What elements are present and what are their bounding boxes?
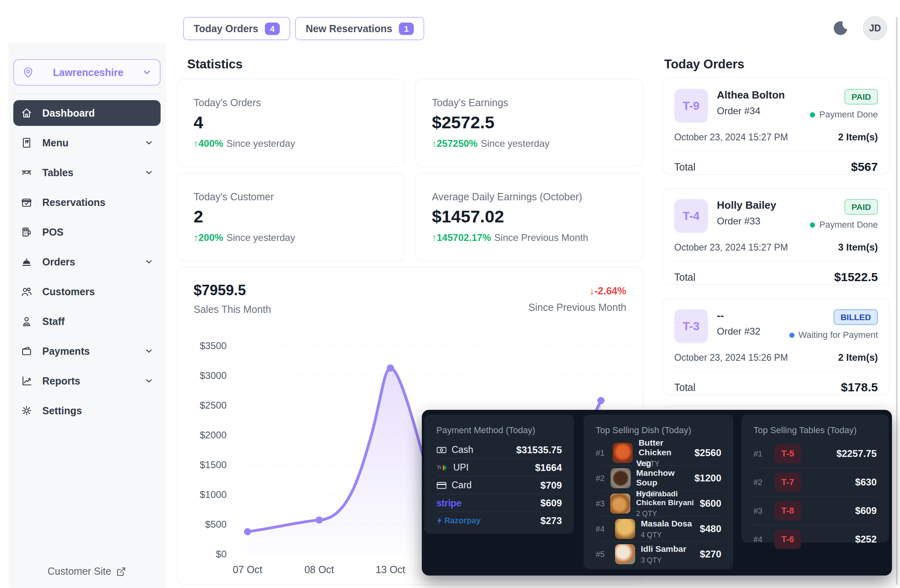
sidebar-item-label: Menu [42, 137, 68, 149]
customer-name: Althea Bolton [717, 89, 785, 101]
new-reservations-count-badge: 1 [399, 23, 414, 35]
table-amount: $252 [855, 534, 877, 545]
sidebar-item-orders[interactable]: Orders [13, 249, 161, 275]
sidebar-item-staff[interactable]: Staff [13, 308, 161, 334]
stat-card-average-daily-earnings: Average Daily Earnings (October) $1457.0… [415, 173, 643, 261]
y-tick: $3000 [200, 370, 227, 381]
payment-row-cash: Cash $31535.75 [436, 441, 562, 458]
y-tick: $3500 [200, 340, 227, 351]
stat-value: $2572.5 [432, 113, 626, 132]
total-amount: $178.5 [841, 380, 878, 394]
status-badge: PAID [844, 89, 878, 105]
divider [674, 261, 878, 261]
data-point [597, 397, 605, 404]
stripe-logo: stripe [436, 498, 461, 509]
new-reservations-button-label: New Reservations [306, 23, 392, 35]
sidebar-item-label: Reports [42, 375, 80, 387]
sidebar-item-pos[interactable]: POS [13, 219, 161, 245]
today-orders-button[interactable]: Today Orders 4 [183, 17, 290, 40]
dish-photo [615, 519, 635, 539]
dish-row: #2 Veg Manchow Soup10 QTY $1200 [596, 465, 721, 491]
moon-icon [830, 19, 850, 38]
gear-icon [21, 405, 33, 417]
sales-total: $7959.5 [194, 282, 271, 299]
chevron-down-icon [144, 257, 153, 266]
location-selector[interactable]: Lawrenceshire [13, 59, 161, 86]
sidebar-item-reports[interactable]: Reports [13, 368, 161, 394]
x-tick: 08 Oct [304, 564, 334, 575]
new-reservations-button[interactable]: New Reservations 1 [295, 17, 424, 40]
sidebar-item-tables[interactable]: Tables [13, 160, 161, 185]
razorpay-logo-icon [436, 517, 442, 525]
sidebar-item-settings[interactable]: Settings [13, 398, 161, 424]
dish-row: #5 Idli Sambar3 QTY $270 [596, 541, 721, 567]
users-icon [21, 286, 33, 298]
stat-card-todays-customer: Today's Customer 2 ↑200%Since yesterday [177, 173, 405, 261]
sidebar-item-dashboard[interactable]: Dashboard [13, 100, 161, 126]
chevron-down-icon [142, 68, 152, 77]
order-card[interactable]: T-4 Holly Bailey Order #33 PAID Payment … [663, 188, 890, 285]
table-badge: T-7 [774, 473, 801, 492]
user-avatar[interactable]: JD [863, 16, 887, 40]
payment-amount: $273 [541, 515, 562, 526]
customer-site-link[interactable]: Customer Site [47, 565, 126, 577]
sidebar-item-label: Dashboard [42, 107, 95, 119]
staff-person-icon [21, 315, 33, 327]
payment-method-name: Razorpay [444, 516, 481, 525]
dish-qty: 3 QTY [641, 556, 686, 565]
table-row: #2 T-7 $630 [753, 468, 877, 496]
topbar: Today Orders 4 New Reservations 1 [183, 17, 424, 40]
table-badge: T-8 [774, 501, 801, 520]
table-amount: $630 [855, 477, 877, 488]
home-icon [21, 107, 33, 119]
order-card[interactable]: T-3 -- Order #32 BILLED Waiting for Paym… [663, 298, 890, 395]
order-items-count: 3 Item(s) [838, 242, 878, 253]
customer-site-label: Customer Site [47, 565, 111, 577]
sidebar-item-payments[interactable]: Payments [13, 338, 161, 364]
status-badge: BILLED [834, 309, 878, 325]
table-rank: #4 [753, 535, 767, 544]
y-tick: $1500 [200, 459, 227, 470]
dish-name: Butter Chicken [638, 438, 689, 457]
x-tick: 07 Oct [233, 564, 262, 575]
stat-label: Average Daily Earnings (October) [432, 191, 626, 203]
payment-row-stripe: stripe $609 [436, 494, 562, 512]
table-amount: $2257.75 [836, 448, 877, 459]
dish-amount: $480 [700, 523, 721, 535]
top-tables-title: Top Selling Tables (Today) [753, 425, 877, 436]
sidebar-item-customers[interactable]: Customers [13, 279, 161, 304]
map-pin-icon [22, 66, 34, 78]
status-dot [810, 112, 815, 117]
divider [674, 371, 878, 372]
order-card[interactable]: T-9 Althea Bolton Order #34 PAID Payment… [663, 78, 890, 175]
stat-delta: ↑400% [194, 138, 223, 149]
stat-delta-note: Since yesterday [226, 138, 295, 149]
order-number: Order #32 [717, 326, 760, 337]
dish-name: Masala Dosa [641, 519, 692, 528]
stat-label: Today's Customer [194, 191, 388, 203]
total-label: Total [674, 161, 696, 173]
chevron-down-icon [144, 138, 153, 147]
y-tick: $500 [205, 519, 227, 530]
dish-row: #3 Hyderabadi Chicken Biryani2 QTY $600 [596, 491, 721, 516]
order-number: Order #33 [717, 216, 776, 227]
dish-rank: #2 [596, 474, 605, 483]
table-badge: T-4 [674, 199, 708, 233]
dish-rank: #1 [596, 448, 607, 458]
customer-name: Holly Bailey [717, 199, 776, 212]
dish-name: Veg Manchow Soup [636, 458, 689, 487]
dish-qty: 2 QTY [636, 510, 694, 518]
status-dot [789, 333, 795, 338]
external-link-icon [116, 566, 126, 577]
data-point [316, 516, 323, 524]
theme-toggle-button[interactable] [830, 19, 850, 38]
stat-value: 4 [194, 113, 388, 132]
sidebar-item-menu[interactable]: Menu [13, 130, 161, 156]
dish-amount: $2560 [694, 447, 721, 458]
status-note-text: Waiting for Payment [799, 330, 878, 340]
sidebar-item-reservations[interactable]: Reservations [13, 189, 161, 215]
customer-name: -- [717, 309, 760, 322]
sidebar-item-label: Reservations [42, 197, 105, 208]
page-scrollbar[interactable] [896, 17, 898, 585]
sidebar-item-label: Settings [42, 405, 82, 417]
